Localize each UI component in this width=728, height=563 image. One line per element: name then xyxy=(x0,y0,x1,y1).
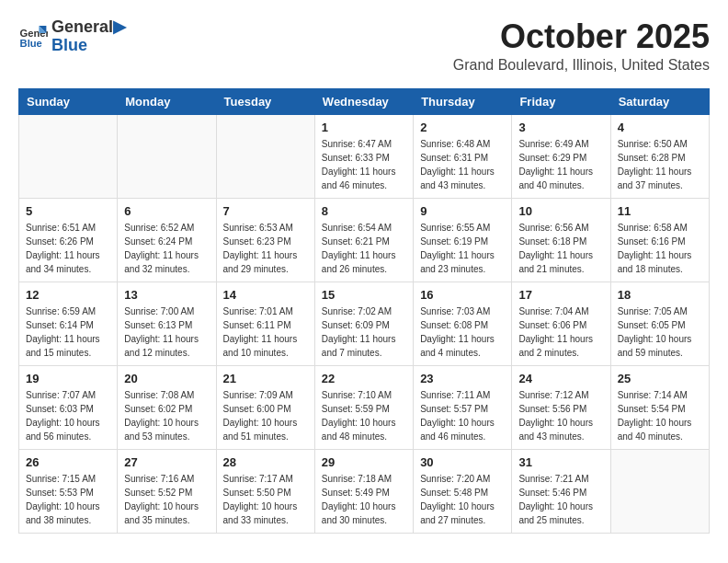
day-info: Sunrise: 6:56 AMSunset: 6:18 PMDaylight:… xyxy=(518,221,603,276)
calendar-cell: 31Sunrise: 7:21 AMSunset: 5:46 PMDayligh… xyxy=(512,449,610,533)
day-number: 22 xyxy=(322,372,406,385)
day-info: Sunrise: 7:21 AMSunset: 5:46 PMDaylight:… xyxy=(518,472,603,527)
calendar-cell: 4Sunrise: 6:50 AMSunset: 6:28 PMDaylight… xyxy=(610,114,709,198)
calendar-cell: 30Sunrise: 7:20 AMSunset: 5:48 PMDayligh… xyxy=(414,449,512,533)
day-info: Sunrise: 6:54 AMSunset: 6:21 PMDaylight:… xyxy=(322,221,406,276)
calendar-cell: 17Sunrise: 7:04 AMSunset: 6:06 PMDayligh… xyxy=(512,282,610,365)
calendar-cell: 19Sunrise: 7:07 AMSunset: 6:03 PMDayligh… xyxy=(19,365,118,449)
day-info: Sunrise: 7:17 AMSunset: 5:50 PMDaylight:… xyxy=(223,472,308,527)
day-info: Sunrise: 6:51 AMSunset: 6:26 PMDaylight:… xyxy=(26,221,110,276)
day-number: 29 xyxy=(322,455,406,469)
weekday-header: Thursday xyxy=(414,88,512,114)
calendar-cell: 26Sunrise: 7:15 AMSunset: 5:53 PMDayligh… xyxy=(19,449,118,533)
day-number: 4 xyxy=(618,121,702,134)
day-info: Sunrise: 7:08 AMSunset: 6:02 PMDaylight:… xyxy=(124,388,209,443)
calendar-week-row: 12Sunrise: 6:59 AMSunset: 6:14 PMDayligh… xyxy=(19,282,710,365)
day-info: Sunrise: 6:50 AMSunset: 6:28 PMDaylight:… xyxy=(618,137,702,192)
calendar-cell: 12Sunrise: 6:59 AMSunset: 6:14 PMDayligh… xyxy=(19,282,118,365)
day-number: 19 xyxy=(26,372,110,385)
day-number: 13 xyxy=(124,288,209,302)
day-number: 5 xyxy=(26,204,110,218)
day-info: Sunrise: 7:03 AMSunset: 6:08 PMDaylight:… xyxy=(420,304,505,360)
day-info: Sunrise: 7:01 AMSunset: 6:11 PMDaylight:… xyxy=(223,304,308,360)
calendar-cell: 21Sunrise: 7:09 AMSunset: 6:00 PMDayligh… xyxy=(216,365,314,449)
day-number: 10 xyxy=(518,204,603,218)
day-number: 11 xyxy=(618,204,702,218)
day-number: 24 xyxy=(518,372,603,385)
calendar-cell: 16Sunrise: 7:03 AMSunset: 6:08 PMDayligh… xyxy=(414,282,512,365)
svg-text:Blue: Blue xyxy=(20,38,42,49)
day-number: 25 xyxy=(618,372,702,385)
day-number: 20 xyxy=(124,372,209,385)
day-number: 17 xyxy=(518,288,603,302)
calendar-week-row: 5Sunrise: 6:51 AMSunset: 6:26 PMDaylight… xyxy=(19,198,710,282)
weekday-header: Friday xyxy=(512,88,610,114)
day-number: 21 xyxy=(223,372,308,385)
day-number: 31 xyxy=(518,455,603,469)
day-number: 1 xyxy=(322,121,406,134)
calendar-cell: 3Sunrise: 6:49 AMSunset: 6:29 PMDaylight… xyxy=(512,114,610,198)
day-info: Sunrise: 6:59 AMSunset: 6:14 PMDaylight:… xyxy=(26,304,110,360)
day-info: Sunrise: 6:47 AMSunset: 6:33 PMDaylight:… xyxy=(322,137,406,192)
calendar-cell xyxy=(610,449,709,533)
calendar-cell: 29Sunrise: 7:18 AMSunset: 5:49 PMDayligh… xyxy=(314,449,413,533)
day-number: 2 xyxy=(420,121,505,134)
logo: General Blue General▶ Blue xyxy=(18,18,126,55)
day-info: Sunrise: 7:11 AMSunset: 5:57 PMDaylight:… xyxy=(420,388,505,443)
day-number: 12 xyxy=(26,288,110,302)
logo-text: General▶ Blue xyxy=(51,18,126,55)
calendar-cell: 25Sunrise: 7:14 AMSunset: 5:54 PMDayligh… xyxy=(610,365,709,449)
calendar-week-row: 1Sunrise: 6:47 AMSunset: 6:33 PMDaylight… xyxy=(19,114,710,198)
calendar-cell: 5Sunrise: 6:51 AMSunset: 6:26 PMDaylight… xyxy=(19,198,118,282)
day-number: 6 xyxy=(124,204,209,218)
day-info: Sunrise: 6:53 AMSunset: 6:23 PMDaylight:… xyxy=(223,221,308,276)
calendar-week-row: 19Sunrise: 7:07 AMSunset: 6:03 PMDayligh… xyxy=(19,365,710,449)
calendar-cell: 28Sunrise: 7:17 AMSunset: 5:50 PMDayligh… xyxy=(216,449,314,533)
day-number: 23 xyxy=(420,372,505,385)
weekday-header: Sunday xyxy=(19,88,118,114)
day-number: 3 xyxy=(518,121,603,134)
calendar-cell: 11Sunrise: 6:58 AMSunset: 6:16 PMDayligh… xyxy=(610,198,709,282)
day-info: Sunrise: 7:04 AMSunset: 6:06 PMDaylight:… xyxy=(518,304,603,360)
calendar-cell: 10Sunrise: 6:56 AMSunset: 6:18 PMDayligh… xyxy=(512,198,610,282)
calendar-cell: 23Sunrise: 7:11 AMSunset: 5:57 PMDayligh… xyxy=(414,365,512,449)
calendar-cell: 15Sunrise: 7:02 AMSunset: 6:09 PMDayligh… xyxy=(314,282,413,365)
day-number: 28 xyxy=(223,455,308,469)
weekday-header: Monday xyxy=(118,88,216,114)
day-info: Sunrise: 7:18 AMSunset: 5:49 PMDaylight:… xyxy=(322,472,406,527)
calendar-cell: 2Sunrise: 6:48 AMSunset: 6:31 PMDaylight… xyxy=(414,114,512,198)
day-number: 7 xyxy=(223,204,308,218)
calendar-week-row: 26Sunrise: 7:15 AMSunset: 5:53 PMDayligh… xyxy=(19,449,710,533)
calendar-cell: 6Sunrise: 6:52 AMSunset: 6:24 PMDaylight… xyxy=(118,198,216,282)
day-number: 9 xyxy=(420,204,505,218)
day-info: Sunrise: 7:16 AMSunset: 5:52 PMDaylight:… xyxy=(124,472,209,527)
day-info: Sunrise: 6:52 AMSunset: 6:24 PMDaylight:… xyxy=(124,221,209,276)
day-info: Sunrise: 7:14 AMSunset: 5:54 PMDaylight:… xyxy=(618,388,702,443)
weekday-header: Tuesday xyxy=(216,88,314,114)
month-title: October 2025 xyxy=(453,18,710,55)
logo-icon: General Blue xyxy=(18,22,48,52)
weekday-header: Saturday xyxy=(610,88,709,114)
day-info: Sunrise: 7:15 AMSunset: 5:53 PMDaylight:… xyxy=(26,472,110,527)
calendar-cell: 27Sunrise: 7:16 AMSunset: 5:52 PMDayligh… xyxy=(118,449,216,533)
day-info: Sunrise: 7:07 AMSunset: 6:03 PMDaylight:… xyxy=(26,388,110,443)
day-info: Sunrise: 7:00 AMSunset: 6:13 PMDaylight:… xyxy=(124,304,209,360)
day-number: 30 xyxy=(420,455,505,469)
location-title: Grand Boulevard, Illinois, United States xyxy=(453,57,710,74)
day-info: Sunrise: 6:55 AMSunset: 6:19 PMDaylight:… xyxy=(420,221,505,276)
day-info: Sunrise: 7:05 AMSunset: 6:05 PMDaylight:… xyxy=(618,304,702,360)
calendar-cell xyxy=(216,114,314,198)
weekday-header: Wednesday xyxy=(314,88,413,114)
calendar-cell: 8Sunrise: 6:54 AMSunset: 6:21 PMDaylight… xyxy=(314,198,413,282)
calendar-cell xyxy=(19,114,118,198)
day-number: 26 xyxy=(26,455,110,469)
day-info: Sunrise: 7:10 AMSunset: 5:59 PMDaylight:… xyxy=(322,388,406,443)
day-number: 18 xyxy=(618,288,702,302)
day-number: 16 xyxy=(420,288,505,302)
calendar-cell: 18Sunrise: 7:05 AMSunset: 6:05 PMDayligh… xyxy=(610,282,709,365)
calendar: SundayMondayTuesdayWednesdayThursdayFrid… xyxy=(18,88,710,534)
day-number: 15 xyxy=(322,288,406,302)
calendar-cell: 24Sunrise: 7:12 AMSunset: 5:56 PMDayligh… xyxy=(512,365,610,449)
day-info: Sunrise: 7:20 AMSunset: 5:48 PMDaylight:… xyxy=(420,472,505,527)
calendar-cell: 9Sunrise: 6:55 AMSunset: 6:19 PMDaylight… xyxy=(414,198,512,282)
